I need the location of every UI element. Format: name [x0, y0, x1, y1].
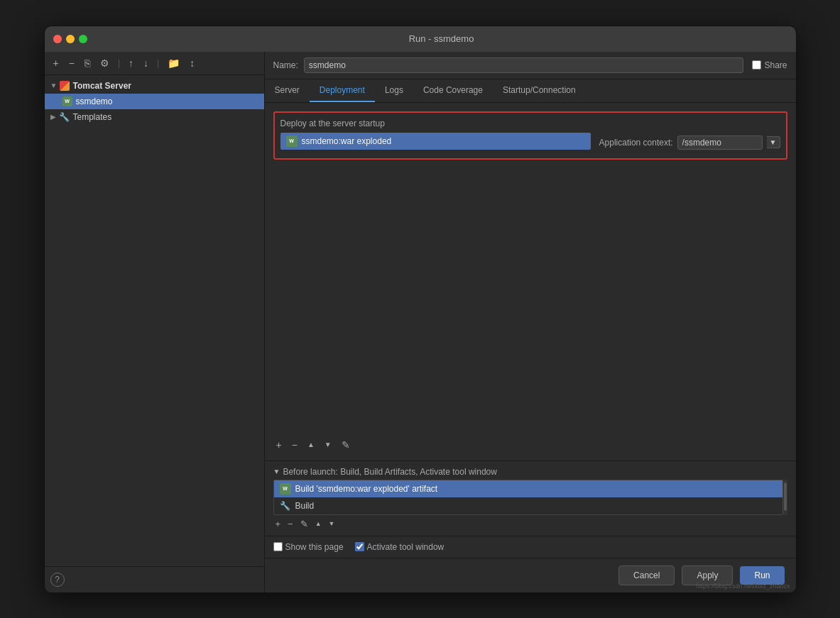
cancel-button[interactable]: Cancel	[618, 565, 675, 585]
folder-button[interactable]: 📁	[165, 56, 182, 70]
tab-deployment[interactable]: Deployment	[310, 79, 375, 102]
minimize-button[interactable]	[66, 35, 75, 43]
before-launch-item-build[interactable]: 🔧 Build	[274, 497, 782, 514]
sidebar-item-ssmdemo[interactable]: W ssmdemo	[45, 94, 264, 109]
settings-config-button[interactable]: ⚙	[97, 56, 112, 70]
deploy-section-label: Deploy at the server startup	[280, 118, 780, 128]
app-context-input[interactable]	[677, 136, 763, 150]
artifact-icon: W	[286, 136, 298, 147]
deploy-remove-button[interactable]: −	[289, 438, 300, 452]
sidebar-item-templates[interactable]: ▶ 🔧 Templates	[45, 109, 264, 125]
title-bar: Run - ssmdemo	[45, 26, 796, 52]
deploy-panel: Deploy at the server startup W ssmdemo:w…	[273, 111, 787, 160]
deploy-add-button[interactable]: +	[273, 438, 285, 452]
remove-config-button[interactable]: −	[66, 56, 77, 70]
before-launch-label: Before launch: Build, Build Artifacts, A…	[283, 467, 497, 477]
tab-logs[interactable]: Logs	[375, 79, 413, 102]
copy-config-button[interactable]: ⎘	[82, 56, 93, 70]
app-context-dropdown-button[interactable]: ▼	[767, 136, 780, 148]
bl-add-button[interactable]: +	[273, 518, 283, 530]
sidebar-bottom: ?	[45, 566, 264, 592]
sidebar-tree: ▼ Tomcat Server W ssmdemo ▶ 🔧	[45, 75, 264, 566]
deploy-row: W ssmdemo:war exploded Application conte…	[280, 133, 780, 153]
template-icon: 🔧	[59, 111, 70, 123]
share-label: Share	[764, 60, 787, 70]
tab-server[interactable]: Server	[265, 79, 310, 102]
scrollbar-thumb	[784, 482, 787, 511]
deploy-edit-button[interactable]: ✎	[339, 438, 353, 452]
tomcat-server-label: Tomcat Server	[73, 81, 131, 91]
before-launch-toolbar: + − ✎ ▲ ▼	[273, 518, 787, 530]
bl-edit-button[interactable]: ✎	[298, 518, 310, 530]
sidebar: + − ⎘ ⚙ | ↑ ↓ | 📁 ↕ ▼ Tomcat Server	[45, 52, 265, 592]
show-page-checkbox[interactable]	[273, 542, 283, 551]
before-launch-section: ▼ Before launch: Build, Build Artifacts,…	[265, 460, 796, 536]
tomcat-icon	[59, 80, 70, 92]
templates-label: Templates	[73, 112, 112, 122]
arrow-down-button[interactable]: ↓	[141, 56, 151, 70]
main-panel: Name: Share Server Deployment Logs Code …	[265, 52, 796, 592]
activate-tool-option: Activate tool window	[355, 542, 444, 552]
app-context-label: Application context:	[599, 138, 673, 148]
ssmdemo-icon: W	[62, 96, 73, 107]
deploy-toolbar: + − ▲ ▼ ✎	[273, 434, 787, 452]
arrow-up-button[interactable]: ↑	[126, 56, 136, 70]
tab-startup-connection[interactable]: Startup/Connection	[493, 79, 586, 102]
artifact-build-label: Build 'ssmdemo:war exploded' artifact	[295, 484, 438, 494]
artifact-label: ssmdemo:war exploded	[302, 136, 392, 146]
window-title: Run - ssmdemo	[96, 33, 787, 44]
before-launch-list: W Build 'ssmdemo:war exploded' artifact …	[273, 480, 783, 515]
share-checkbox[interactable]	[752, 60, 761, 70]
deploy-up-button[interactable]: ▲	[305, 438, 317, 452]
share-area: Share	[752, 60, 787, 70]
bottom-options: Show this page Activate tool window	[265, 536, 796, 558]
before-launch-list-container: W Build 'ssmdemo:war exploded' artifact …	[273, 480, 787, 515]
help-button[interactable]: ?	[50, 573, 65, 587]
build-label: Build	[295, 501, 315, 511]
traffic-lights	[53, 35, 87, 43]
show-page-label: Show this page	[285, 542, 344, 552]
before-launch-header: ▼ Before launch: Build, Build Artifacts,…	[273, 467, 787, 477]
tab-content-deployment: Deploy at the server startup W ssmdemo:w…	[265, 103, 796, 460]
tab-code-coverage[interactable]: Code Coverage	[413, 79, 493, 102]
name-label: Name:	[273, 60, 298, 70]
deploy-empty-area	[273, 165, 787, 434]
before-launch-item-artifact[interactable]: W Build 'ssmdemo:war exploded' artifact	[274, 480, 782, 497]
watermark: https://blog.csdn.net/ktxz_zhaozx	[696, 583, 790, 590]
ssmdemo-label: ssmdemo	[76, 96, 113, 106]
name-bar: Name: Share	[265, 52, 796, 79]
bl-remove-button[interactable]: −	[285, 518, 295, 530]
close-button[interactable]	[53, 35, 62, 43]
artifact-build-icon: W	[280, 483, 291, 495]
activate-tool-checkbox[interactable]	[355, 542, 364, 551]
tabs: Server Deployment Logs Code Coverage Sta…	[265, 79, 796, 103]
build-icon: 🔧	[280, 500, 291, 512]
show-page-option: Show this page	[273, 542, 344, 552]
before-launch-arrow-icon: ▼	[273, 468, 280, 475]
maximize-button[interactable]	[79, 35, 87, 43]
sidebar-item-tomcat-server[interactable]: ▼ Tomcat Server	[45, 78, 264, 94]
sort-button[interactable]: ↕	[187, 56, 197, 70]
before-launch-scrollbar[interactable]	[783, 480, 787, 515]
bl-down-button[interactable]: ▼	[327, 519, 337, 528]
deploy-artifact-item[interactable]: W ssmdemo:war exploded	[280, 133, 591, 150]
add-config-button[interactable]: +	[50, 56, 62, 70]
bl-up-button[interactable]: ▲	[313, 519, 324, 528]
activate-tool-label: Activate tool window	[367, 542, 444, 552]
deploy-down-button[interactable]: ▼	[322, 438, 334, 452]
name-input[interactable]	[304, 57, 744, 73]
expand-icon: ▼	[50, 82, 59, 89]
template-expand-icon: ▶	[50, 113, 59, 121]
sidebar-toolbar: + − ⎘ ⚙ | ↑ ↓ | 📁 ↕	[45, 52, 264, 75]
